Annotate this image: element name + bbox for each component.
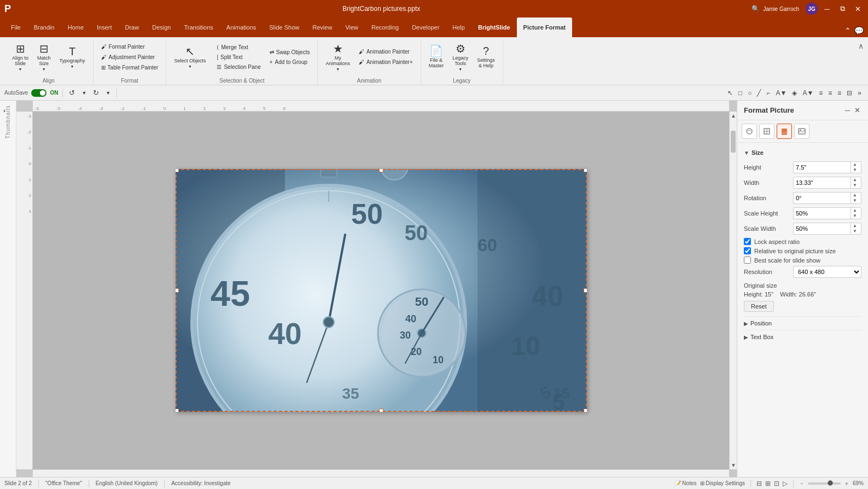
user-avatar[interactable]: JG — [806, 3, 818, 15]
adjustment-painter-button[interactable]: 🖌 Adjustment Painter — [98, 53, 162, 62]
tab-brightslide[interactable]: BrightSlide — [471, 18, 517, 37]
size-section-header[interactable]: ▼ Size — [744, 147, 861, 158]
animation-painter-plus-button[interactable]: 🖌 Animation Painter+ — [356, 57, 416, 67]
tab-view[interactable]: View — [339, 18, 365, 37]
scale-height-spinbox[interactable]: ▲ ▼ — [850, 208, 859, 219]
animation-painter-button[interactable]: 🖌 Animation Painter — [356, 47, 416, 56]
textbox-section-header[interactable]: ▶ Text Box — [744, 330, 861, 344]
tab-animations[interactable]: Animations — [220, 18, 263, 37]
file-master-button[interactable]: 📄 File &Master — [426, 40, 447, 73]
align-to-slide-button[interactable]: ⊞ Align toSlide ▼ — [9, 40, 32, 73]
tab-picture-format[interactable]: Picture Format — [517, 18, 573, 37]
tab-help[interactable]: Help — [446, 18, 471, 37]
align-left-icon[interactable]: ≡ — [817, 88, 825, 98]
autosave-toggle[interactable] — [31, 89, 46, 97]
undo-button[interactable]: ↺ — [67, 89, 77, 97]
width-increment[interactable]: ▲ — [851, 177, 859, 183]
thumbnails-arrow[interactable]: › — [3, 107, 5, 114]
my-animations-button[interactable]: ★ MyAnimations ▼ — [322, 40, 353, 73]
height-decrement[interactable]: ▼ — [851, 167, 859, 173]
select-objects-button[interactable]: ↖ Select Objects ▼ — [171, 40, 209, 73]
align-right-icon[interactable]: ≡ — [835, 88, 843, 98]
slideshow-icon[interactable]: ▷ — [783, 480, 788, 487]
scrollbar-vertical[interactable]: ▲ ▼ — [729, 112, 737, 469]
display-settings-button[interactable]: ⊞ Display Settings — [700, 480, 745, 486]
rotation-decrement[interactable]: ▼ — [851, 198, 859, 203]
connector-icon[interactable]: ⌐ — [764, 88, 772, 98]
resolution-select[interactable]: 640 x 480 — [793, 266, 861, 278]
search-icon[interactable]: 🔍 — [752, 5, 760, 13]
best-scale-checkbox[interactable] — [744, 257, 751, 264]
normal-view-icon[interactable]: ⊟ — [756, 480, 762, 487]
panel-collapse-icon[interactable]: ─ — [844, 105, 851, 115]
height-spinbox[interactable]: ▲ ▼ — [850, 162, 859, 173]
format-tab-fill[interactable] — [777, 124, 792, 139]
width-decrement[interactable]: ▼ — [851, 183, 859, 188]
zoom-thumb[interactable] — [828, 480, 833, 486]
rotation-increment[interactable]: ▲ — [851, 193, 859, 198]
width-spinbox[interactable]: ▲ ▼ — [850, 177, 859, 188]
scrollbar-horizontal[interactable] — [33, 469, 729, 477]
width-input[interactable]: 13.33" ▲ ▼ — [793, 177, 861, 189]
scale-width-spinbox[interactable]: ▲ ▼ — [850, 223, 859, 234]
table-format-painter-button[interactable]: ⊞ Table Format Painter — [98, 63, 162, 72]
tab-review[interactable]: Review — [306, 18, 339, 37]
theme-icon[interactable]: ◈ — [790, 88, 799, 98]
legacy-tools-button[interactable]: ⚙ LegacyTools ▼ — [449, 40, 471, 73]
line-icon[interactable]: ╱ — [755, 88, 763, 98]
format-tab-image[interactable] — [794, 124, 809, 139]
minimize-button[interactable]: ─ — [821, 3, 833, 15]
scale-height-increment[interactable]: ▲ — [851, 208, 859, 213]
tab-transitions[interactable]: Transitions — [177, 18, 219, 37]
tab-brandin[interactable]: Brandin — [27, 18, 61, 37]
pointer-icon[interactable]: ↖ — [725, 88, 735, 98]
zoom-out-btn[interactable]: － — [799, 480, 805, 487]
height-increment[interactable]: ▲ — [851, 162, 859, 167]
notes-button[interactable]: 📝 Notes — [674, 480, 697, 486]
ribbon-collapse-btn[interactable]: ∧ — [858, 39, 864, 85]
collapse-ribbon-icon[interactable]: ⌃ — [844, 26, 851, 35]
comments-icon[interactable]: 💬 — [854, 26, 864, 35]
slide-sorter-icon[interactable]: ⊞ — [765, 480, 771, 487]
close-button[interactable]: ✕ — [852, 3, 864, 15]
zoom-slider[interactable] — [808, 482, 841, 485]
tab-file[interactable]: File — [4, 18, 27, 37]
redo-button[interactable]: ↻ — [91, 89, 101, 97]
tab-home[interactable]: Home — [61, 18, 90, 37]
font-color-icon[interactable]: A▼ — [800, 88, 815, 98]
oval-icon[interactable]: ○ — [745, 88, 754, 98]
settings-help-button[interactable]: ? Settings& Help — [474, 40, 498, 73]
align-center-icon[interactable]: ≡ — [826, 88, 834, 98]
restore-button[interactable]: ⧉ — [836, 3, 848, 15]
format-tab-effects[interactable] — [742, 124, 757, 139]
tab-recording[interactable]: Recording — [365, 18, 405, 37]
tab-slideshow[interactable]: Slide Show — [263, 18, 306, 37]
redo-dropdown[interactable]: ▼ — [104, 90, 112, 96]
fill-color-icon[interactable]: A▼ — [773, 88, 789, 98]
rotation-spinbox[interactable]: ▲ ▼ — [850, 193, 859, 203]
tab-insert[interactable]: Insert — [90, 18, 119, 37]
typography-button[interactable]: T Typography ▼ — [56, 40, 89, 73]
height-input[interactable]: 7.5" ▲ ▼ — [793, 161, 861, 173]
split-text-button[interactable]: | Split Text — [213, 53, 264, 62]
format-painter-button[interactable]: 🖌 Format Painter — [98, 42, 162, 51]
undo-dropdown[interactable]: ▼ — [80, 90, 88, 96]
position-section-header[interactable]: ▶ Position — [744, 316, 861, 330]
rotation-input[interactable]: 0° ▲ ▼ — [793, 192, 861, 204]
match-size-button[interactable]: ⊟ MatchSize ▼ — [34, 40, 54, 73]
scale-width-increment[interactable]: ▲ — [851, 223, 859, 229]
more-tools-icon[interactable]: » — [855, 88, 864, 98]
scale-height-input[interactable]: 50% ▲ ▼ — [793, 207, 861, 219]
merge-text-button[interactable]: ⟨ Merge Text — [213, 43, 264, 52]
scale-height-decrement[interactable]: ▼ — [851, 213, 859, 219]
scale-width-input[interactable]: 50% ▲ ▼ — [793, 223, 861, 235]
shapes-icon[interactable]: □ — [736, 88, 744, 98]
scroll-thumb-v[interactable] — [731, 131, 736, 153]
slide-content[interactable]: 50 50 60 45 40 40 50 40 30 20 10 — [176, 169, 587, 412]
scale-width-decrement[interactable]: ▼ — [851, 229, 859, 234]
zoom-in-btn[interactable]: ＋ — [844, 480, 849, 487]
tab-design[interactable]: Design — [145, 18, 177, 37]
format-tab-geometry[interactable] — [759, 124, 774, 139]
reset-button[interactable]: Reset — [744, 301, 774, 312]
tab-draw[interactable]: Draw — [119, 18, 146, 37]
